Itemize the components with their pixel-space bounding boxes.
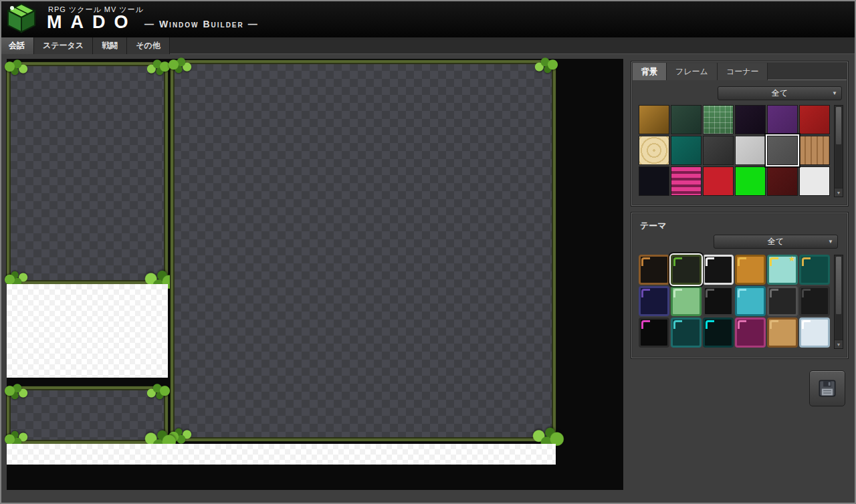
theme-filter-dropdown[interactable]: 全て ▼ [714,235,838,249]
background-panel: 背景 フレーム コーナー 全て ▼ ▼ [631,61,848,206]
scrollbar-thumb[interactable] [835,106,842,145]
tab-haikei[interactable]: 背景 [633,63,667,80]
tab-sonota[interactable]: その他 [127,37,170,54]
theme-corner-ornament-icon [802,289,811,297]
app-title: MADO [47,12,137,33]
theme-corner-ornament-icon [738,257,746,266]
texture-swatch-grid [639,105,830,196]
texture-swatch[interactable] [767,136,798,165]
theme-thumbnail[interactable] [767,318,798,348]
main-tab-bar: 会話 ステータス 戦闘 その他 [0,37,856,54]
theme-corner-ornament-icon [770,257,778,266]
texture-swatch[interactable] [671,105,702,134]
mado-logo-icon [4,1,39,36]
theme-corner-ornament-icon [738,320,746,329]
scroll-down-button[interactable]: ▼ [835,340,843,348]
theme-thumbnail[interactable] [671,255,702,285]
vine-corner-icon [146,383,171,400]
theme-corner-ornament-icon [706,289,714,297]
theme-thumbnail[interactable] [735,286,766,316]
theme-thumbnail[interactable] [767,286,798,316]
theme-thumbnail[interactable] [799,286,830,316]
texture-swatch[interactable] [767,105,798,134]
theme-thumbnail[interactable] [799,255,830,285]
theme-scrollbar[interactable]: ▼ [834,255,843,349]
vine-corner-icon [146,59,171,76]
vine-corner-icon [167,427,193,445]
theme-thumbnail[interactable] [639,318,669,348]
theme-corner-ornament-icon [706,320,714,329]
chevron-down-icon: ▼ [832,91,837,96]
theme-corner-ornament-icon [802,320,811,329]
background-panel-tabs: 背景 フレーム コーナー [633,63,847,80]
theme-panel-title: テーマ [640,220,667,232]
tab-kaiwa[interactable]: 会話 [0,37,34,54]
theme-corner-ornament-icon [770,320,778,329]
texture-swatch[interactable] [671,136,702,165]
texture-swatch[interactable] [799,136,830,165]
scrollbar-thumb[interactable] [835,256,842,315]
theme-thumbnail[interactable] [671,318,702,348]
theme-filter-value: 全て [768,236,784,247]
theme-corner-ornament-icon [641,257,650,266]
tab-corner[interactable]: コーナー [718,63,768,80]
theme-thumbnail[interactable] [735,318,766,348]
texture-swatch[interactable] [735,105,766,134]
theme-corner-ornament-icon [673,320,682,329]
texture-swatch[interactable] [703,136,734,165]
theme-thumbnail-grid: ★ [639,255,830,348]
preview-window-left[interactable] [7,62,168,284]
background-filter-value: 全て [772,88,788,99]
theme-thumbnail[interactable] [799,318,830,348]
texture-swatch[interactable] [767,166,798,196]
texture-swatch[interactable] [703,105,734,134]
preview-blank-strip [7,444,556,465]
theme-corner-ornament-icon [673,289,682,297]
theme-thumbnail[interactable] [703,318,734,348]
texture-swatch[interactable] [799,105,830,134]
theme-corner-ornament-icon [802,257,811,266]
save-button[interactable] [809,370,845,406]
texture-swatch[interactable] [639,136,669,165]
theme-thumbnail[interactable] [639,255,669,285]
theme-thumbnail[interactable] [703,255,734,285]
background-filter-dropdown[interactable]: 全て ▼ [718,86,842,100]
tab-status[interactable]: ステータス [34,37,93,54]
theme-panel: テーマ 全て ▼ ★ ▼ [631,213,848,358]
theme-corner-ornament-icon [770,289,778,297]
theme-thumbnail[interactable] [703,286,734,316]
preview-window-bottom[interactable] [7,386,168,444]
chevron-down-icon: ▼ [828,239,833,245]
preview-canvas[interactable] [7,59,623,490]
theme-thumbnail[interactable]: ★ [767,255,798,285]
tab-sentou[interactable]: 戦闘 [93,37,127,54]
texture-swatch[interactable] [799,166,830,196]
theme-thumbnail[interactable] [639,286,669,316]
theme-corner-ornament-icon [738,289,746,297]
vine-corner-icon [167,57,193,74]
background-scrollbar[interactable]: ▼ [834,105,843,197]
scroll-down-icon: ▼ [837,342,841,347]
mado-window: RPG ツクール MV ツール MADO — Window Builder — … [0,0,856,504]
header-bar: RPG ツクール MV ツール MADO — Window Builder — [0,0,856,37]
vine-corner-icon [3,59,29,76]
preview-window-main[interactable] [171,60,556,441]
theme-thumbnail[interactable] [735,255,766,285]
vine-corner-icon [3,383,29,400]
theme-corner-ornament-icon [673,257,682,266]
theme-corner-ornament-icon [641,289,650,297]
texture-swatch[interactable] [639,166,669,196]
scroll-down-icon: ▼ [837,191,841,195]
theme-corner-ornament-icon [706,257,714,266]
vine-corner-icon [534,57,559,74]
texture-swatch[interactable] [735,136,766,165]
scroll-down-button[interactable]: ▼ [835,188,843,197]
theme-thumbnail[interactable] [671,286,702,316]
tab-frame[interactable]: フレーム [667,63,718,80]
texture-swatch[interactable] [671,166,702,196]
texture-swatch[interactable] [703,166,734,196]
texture-swatch[interactable] [735,166,766,196]
theme-corner-ornament-icon [641,320,650,329]
preview-blank-area [7,284,168,378]
texture-swatch[interactable] [639,105,669,134]
